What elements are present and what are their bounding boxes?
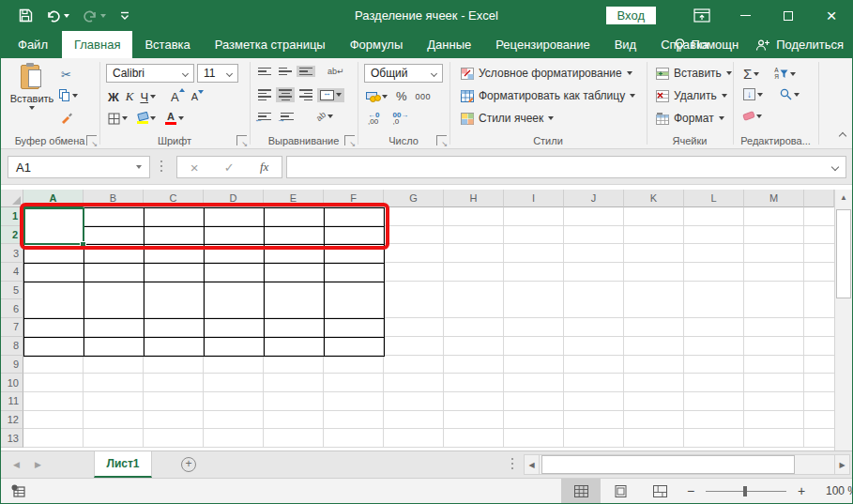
ribbon-display-options-button[interactable] [680,0,724,31]
font-name-combo[interactable]: Calibri [106,64,194,83]
decrease-decimal-button[interactable]: 00→,0 [389,110,411,127]
next-sheet-icon[interactable]: ▶ [35,460,41,469]
ribbon-tab-главная[interactable]: Главная [62,31,132,58]
align-right-button[interactable] [297,87,315,102]
column-header-K[interactable]: K [624,190,684,207]
column-header-B[interactable]: B [84,190,144,207]
cell-styles-button[interactable]: Стили ячеек [457,108,557,129]
alignment-dialog-launcher[interactable] [344,135,355,145]
align-top-button[interactable] [255,66,274,78]
row-header-7[interactable]: 7 [0,318,23,337]
increase-decimal-button[interactable]: ←0,00 [365,110,382,127]
wrap-text-button[interactable]: ab↵ [325,65,347,78]
number-dialog-launcher[interactable] [436,135,447,145]
normal-view-button[interactable] [561,479,601,503]
page-layout-view-button[interactable] [601,479,640,503]
zoom-slider-track[interactable] [706,491,786,492]
borders-button[interactable] [105,111,130,127]
zoom-level[interactable]: 100 % [816,484,853,497]
assistant-button[interactable]: Помощн [674,38,739,53]
font-size-combo[interactable]: 11 [197,64,238,83]
share-button[interactable]: Поделиться [755,38,844,52]
find-select-button[interactable] [777,86,802,102]
column-header-G[interactable]: G [384,190,444,207]
row-header-3[interactable]: 3 [0,244,23,263]
decrease-indent-button[interactable]: ← [255,111,274,123]
horizontal-scrollbar-thumb[interactable] [541,455,795,474]
row-header-4[interactable]: 4 [0,263,23,282]
fill-color-button[interactable] [134,111,159,126]
prev-sheet-icon[interactable]: ◀ [13,460,20,469]
zoom-out-button[interactable]: − [685,483,696,498]
enter-formula-button[interactable]: ✓ [224,160,235,175]
vertical-scrollbar[interactable]: ▲ ▼ [834,190,852,461]
insert-function-button[interactable]: fx [260,160,268,175]
ribbon-tab-вставка[interactable]: Вставка [132,31,202,58]
formula-input[interactable] [286,156,846,178]
fill-button[interactable]: ↓ [740,86,766,102]
close-button[interactable]: × [810,0,853,31]
font-dialog-launcher[interactable] [236,135,247,145]
comma-style-button[interactable]: 000 [413,90,434,103]
row-header-1[interactable]: 1 [0,207,23,226]
zoom-in-button[interactable]: + [796,483,807,498]
align-middle-button[interactable] [276,66,295,78]
clear-button[interactable] [740,111,765,121]
page-break-view-button[interactable] [640,479,679,503]
decrease-font-button[interactable]: A [189,89,206,104]
paste-button[interactable]: Вставить [8,64,56,110]
zoom-slider-handle[interactable] [743,486,747,496]
expand-formula-bar-icon[interactable] [831,163,839,171]
align-bottom-button[interactable] [297,66,315,78]
customize-qat-button[interactable] [119,10,130,21]
orientation-button[interactable]: ab [313,110,336,123]
select-all-button[interactable] [0,190,23,207]
scroll-right-icon[interactable]: ▶ [834,454,850,475]
row-header-10[interactable]: 10 [0,374,23,392]
maximize-button[interactable] [767,0,810,31]
row-header-2[interactable]: 2 [0,226,23,245]
number-format-combo[interactable]: Общий [364,64,443,83]
ribbon-tab-данные[interactable]: Данные [415,31,483,58]
scroll-up-icon[interactable]: ▲ [835,190,852,206]
redo-button[interactable] [83,9,106,23]
ribbon-tab-рецензирование[interactable]: Рецензирование [483,31,602,58]
row-header-11[interactable]: 11 [0,392,23,411]
row-header-5[interactable]: 5 [0,282,23,300]
macro-record-button[interactable] [11,484,25,501]
increase-indent-button[interactable]: → [278,111,297,123]
row-header-6[interactable]: 6 [0,299,23,318]
column-header-M[interactable]: M [744,190,804,207]
sheet-tab-list1[interactable]: Лист1 [94,451,152,478]
sign-in-button[interactable]: Вход [606,7,656,24]
cancel-formula-button[interactable]: × [190,160,199,176]
sheet-bar-separator[interactable] [511,458,513,471]
row-header-9[interactable]: 9 [0,356,23,374]
collapse-ribbon-button[interactable] [840,126,845,143]
clipboard-dialog-launcher[interactable] [86,135,97,145]
scroll-left-icon[interactable]: ◀ [524,454,540,475]
underline-button[interactable]: Ч [137,88,159,106]
bold-button[interactable]: Ж [105,88,122,106]
column-header-I[interactable]: I [504,190,564,207]
font-color-button[interactable]: А [162,110,187,127]
tab-file[interactable]: Файл [4,31,62,58]
column-header-H[interactable]: H [444,190,504,207]
italic-button[interactable]: К [123,87,137,106]
horizontal-scrollbar[interactable]: ◀ ▶ [524,454,850,475]
save-button[interactable] [19,8,33,23]
conditional-formatting-button[interactable]: Условное форматирование [457,63,636,84]
ribbon-tab-формулы[interactable]: Формулы [338,31,416,58]
autosum-button[interactable]: Σ [740,64,762,84]
copy-button[interactable] [56,87,81,103]
insert-cells-button[interactable]: Вставить [652,63,736,84]
merge-center-button[interactable] [317,88,344,102]
format-painter-button[interactable] [58,110,76,126]
column-header-E[interactable]: E [264,190,324,207]
minimize-button[interactable] [724,0,767,31]
sort-filter-button[interactable]: АЯ [771,66,799,82]
increase-font-button[interactable]: A [168,88,188,106]
fill-handle[interactable] [80,241,86,248]
column-header-J[interactable]: J [564,190,624,207]
cut-button[interactable]: ✂ [58,66,74,84]
